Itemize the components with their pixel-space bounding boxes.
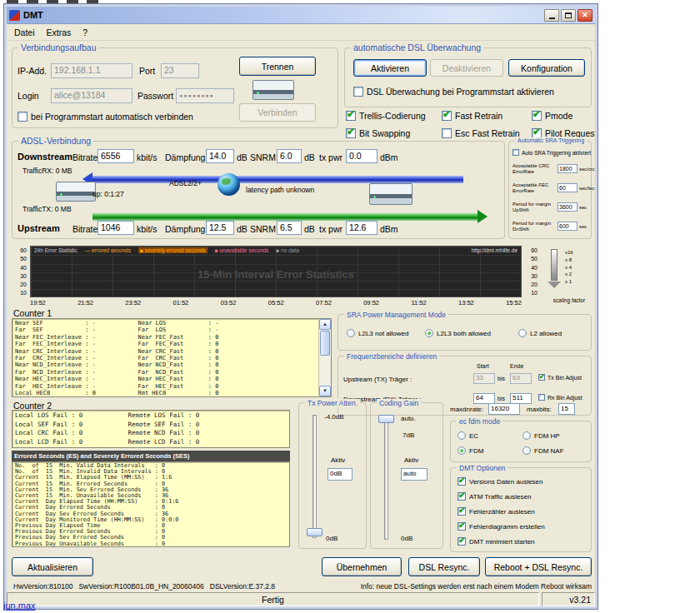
menu-datei[interactable]: Datei xyxy=(8,26,41,39)
coding-gain-slider-track[interactable] xyxy=(384,416,388,540)
esc-fast-retrain-label: Esc Fast Retrain xyxy=(455,128,520,138)
titlebar[interactable]: DMT ✕ xyxy=(7,7,595,24)
refresh-button[interactable]: Aktualisieren xyxy=(12,557,93,576)
counter1-label: Counter 1 xyxy=(13,308,52,318)
radio-circle xyxy=(347,329,355,337)
fec-errorrate-field[interactable]: 60 xyxy=(558,183,578,192)
upshift-period-label: Period for margin UpShift xyxy=(512,202,556,212)
coding-gain-value-field[interactable]: auto xyxy=(401,468,428,481)
txpwr-label: tx pwr xyxy=(319,224,342,234)
close-button[interactable]: ✕ xyxy=(578,9,592,22)
bit-swapping-checkbox[interactable]: ✔ Bit Swapping xyxy=(346,128,410,138)
login-field[interactable]: alice@13184 xyxy=(51,88,132,103)
rx-bin-adjust-checkbox[interactable]: ✔ Rx Bin Adjust xyxy=(538,394,582,401)
reboot-resync-button[interactable]: Reboot + DSL Resync. xyxy=(485,557,592,576)
fast-retrain-checkbox[interactable]: ✔ Fast Retrain xyxy=(442,111,502,121)
tx-power-slider-thumb[interactable] xyxy=(307,528,322,536)
fehlerdiagramm-checkbox[interactable]: ✔ Fehlerdiagramm erstellen xyxy=(458,522,545,531)
down-snrm-field[interactable]: 6.0 xyxy=(277,149,302,163)
deactivate-button[interactable]: Deaktivieren xyxy=(430,59,503,77)
radio-fdm[interactable]: FDM xyxy=(458,446,483,455)
scroll-down-button[interactable]: ▼ xyxy=(319,386,331,396)
upshift-period-field[interactable]: 3600 xyxy=(558,202,578,212)
minimize-button[interactable] xyxy=(544,9,559,22)
pmode-label: Pmode xyxy=(545,111,572,121)
up-txpwr-field[interactable]: 12.6 xyxy=(346,221,378,235)
autoconnect-checkbox[interactable]: ✔ bei Programmstart automatisch verbinde… xyxy=(18,112,193,122)
down-bitrate-field[interactable]: 6556 xyxy=(98,149,134,163)
radio-l2-allowed[interactable]: L2 allowed xyxy=(518,329,562,337)
radio-ec[interactable]: EC xyxy=(458,431,478,440)
background-link[interactable]: jun.max xyxy=(3,601,36,611)
maxbits-field[interactable]: 15 xyxy=(558,403,575,415)
up-start-field[interactable]: 33 xyxy=(473,373,495,384)
down-daempfung-field[interactable]: 14.0 xyxy=(206,149,234,163)
up-end-field[interactable]: 63 xyxy=(510,373,532,384)
monitoring-startup-checkbox[interactable]: ✔ DSL Überwachung bei Programmstart akti… xyxy=(353,87,554,97)
scrollbar-thumb[interactable] xyxy=(320,331,330,356)
ip-field[interactable]: 192.168.1.1 xyxy=(51,63,132,78)
up-bitrate-field[interactable]: 1046 xyxy=(98,221,134,235)
scroll-up-button[interactable]: ▲ xyxy=(319,319,331,330)
maximize-button[interactable] xyxy=(561,9,576,22)
radio-fdm-naf[interactable]: FDM NAF xyxy=(522,446,564,455)
bis-label: bis xyxy=(498,396,505,401)
auto-sra-label: Auto SRA Triggering aktiviert xyxy=(522,150,591,156)
check-icon: ✔ xyxy=(347,108,355,120)
sra-row-label: Acceptable CRC ErrorRate xyxy=(512,163,556,174)
esc-fast-retrain-checkbox[interactable]: ✔ Esc Fast Retrain xyxy=(442,128,520,138)
fehlerzaehler-checkbox[interactable]: ✔ Fehlerzähler auslesen xyxy=(458,507,535,516)
radio-l2l3-not-allowed[interactable]: L2L3 not allowed xyxy=(347,329,409,337)
versions-daten-checkbox[interactable]: ✔ Versions Daten auslesen xyxy=(458,477,543,486)
ende-column-label: Ende xyxy=(510,363,523,369)
checkbox-box: ✔ xyxy=(442,128,452,138)
counter1-box[interactable]: Near SEF : - Near LOS : - Far SEF : - Fa… xyxy=(12,318,332,397)
tx-power-value-field[interactable]: 0dB xyxy=(328,468,352,481)
tx-bin-adjust-checkbox[interactable]: ✔ Tx Bin Adjust xyxy=(538,374,582,381)
coding-gain-slider-thumb[interactable] xyxy=(378,415,394,423)
minimiert-starten-checkbox[interactable]: ✔ DMT minimiert starten xyxy=(458,537,535,546)
auto-sra-checkbox[interactable]: ✔ Auto SRA Triggering aktiviert xyxy=(512,149,591,156)
activate-button[interactable]: Aktivieren xyxy=(353,59,427,77)
checkbox-box: ✔ xyxy=(18,112,28,122)
port-field[interactable]: 23 xyxy=(161,63,199,78)
apply-button[interactable]: Übernehmen xyxy=(322,557,402,576)
group-sra-power-title: SRA Power Management Mode xyxy=(344,311,448,319)
up-daempfung-field[interactable]: 12.5 xyxy=(206,221,234,235)
crc-errorrate-field[interactable]: 1800 xyxy=(558,164,578,173)
checkbox-box: ✔ xyxy=(353,87,363,97)
menu-extras[interactable]: Extras xyxy=(41,26,78,39)
disconnect-button[interactable]: Trennen xyxy=(239,57,316,76)
radio-fdm-hp[interactable]: FDM HP xyxy=(522,431,560,440)
maxdnrate-field[interactable]: 16320 xyxy=(488,403,520,415)
trellis-label: Trellis-Codierung xyxy=(359,111,426,121)
es-section-box[interactable]: No. of 15 Min. Valid Data Intervals : 0 … xyxy=(12,461,290,547)
coding-gain-auto-label: auto. xyxy=(401,415,416,422)
menu-help[interactable]: ? xyxy=(77,26,93,39)
counter1-scrollbar[interactable]: ▲ ▼ xyxy=(318,319,331,396)
atm-traffic-checkbox[interactable]: ✔ ATM Traffic auslesen xyxy=(458,492,531,501)
connect-button[interactable]: Verbinden xyxy=(239,103,316,122)
snrm-label: SNRM xyxy=(250,224,276,234)
trellis-checkbox[interactable]: ✔ Trellis-Codierung xyxy=(346,111,426,121)
radio-l2l3-both-allowed[interactable]: L2L3 both allowed xyxy=(425,329,491,337)
maximize-icon xyxy=(565,12,572,18)
check-icon: ✔ xyxy=(458,491,465,500)
tx-power-slider-track[interactable] xyxy=(312,415,317,538)
bit-swapping-label: Bit Swapping xyxy=(359,128,410,138)
bitrate-label: Bitrate xyxy=(72,152,98,162)
maxdnrate-label: maxdnrate: xyxy=(450,406,483,413)
dbm-unit: dBm xyxy=(380,224,398,234)
group-adsl-connection: ADSL-Verbindung Downstream Bitrate 6556 … xyxy=(12,141,505,239)
dsl-resync-button[interactable]: DSL Resync. xyxy=(408,557,480,576)
down-txpwr-field[interactable]: 0.0 xyxy=(346,149,378,163)
pmode-checkbox[interactable]: ✔ Pmode xyxy=(532,111,572,121)
chart-watermark: 15-Min Interval Error Statistics xyxy=(31,247,521,297)
password-field[interactable]: ●●●●●●●● xyxy=(176,88,234,103)
configuration-button[interactable]: Konfiguration xyxy=(508,59,585,77)
up-snrm-field[interactable]: 6.5 xyxy=(277,221,302,235)
error-statistic-chart: 605040302010 24h Error Statistic — error… xyxy=(7,244,595,309)
txpwr-label: tx pwr xyxy=(319,152,342,162)
counter2-box[interactable]: Local LOS Fail : 0 Remote LOS Fail : 0 L… xyxy=(12,410,290,448)
dnshift-period-field[interactable]: 600 xyxy=(558,222,578,231)
